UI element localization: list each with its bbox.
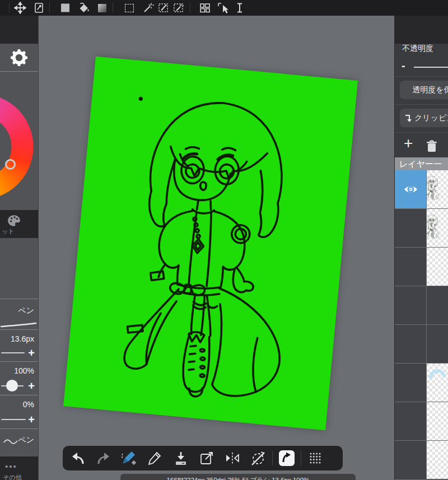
min-width-slider[interactable] — [1, 419, 26, 420]
palette-tab-label: ット — [2, 227, 15, 236]
eye-icon — [403, 184, 418, 195]
layer-thumbnail[interactable] — [427, 325, 448, 363]
color-wheel[interactable] — [0, 94, 34, 200]
min-width-section: 0% + — [0, 395, 38, 429]
add-layer-button[interactable]: + — [404, 134, 413, 152]
preserve-alpha-button[interactable]: 透明度を保 — [400, 81, 448, 99]
drawing-canvas[interactable] — [63, 57, 358, 431]
layers-header: レイヤー一 — [395, 157, 448, 170]
status-bar: 1668*2224px 350dpi 25% 5° ブラシ 13.6px 100… — [120, 474, 356, 480]
layer-opacity-label: 不透明度 — [402, 44, 433, 54]
brush-preview-section: › — [0, 238, 38, 299]
layer-visibility-toggle[interactable] — [395, 364, 427, 402]
layer-row[interactable] — [395, 402, 448, 441]
layer-opacity-slider[interactable] — [414, 67, 448, 68]
palette-tab[interactable]: ット — [0, 210, 38, 238]
redo-button[interactable] — [91, 446, 116, 470]
bottom-toolbar — [63, 446, 343, 470]
color-swatch-icon[interactable] — [59, 2, 71, 14]
layer-visibility-toggle[interactable] — [395, 170, 427, 208]
layer-row[interactable] — [395, 248, 448, 286]
flip-horizontal-button[interactable] — [220, 446, 245, 470]
pen-tool-button[interactable] — [142, 446, 168, 470]
color-wheel-selector[interactable] — [5, 159, 16, 170]
text-tool-icon[interactable] — [234, 2, 246, 14]
brush-size-value: 13.6px — [11, 334, 34, 343]
cursor-select-icon[interactable] — [217, 2, 229, 14]
material-panel-button[interactable] — [274, 446, 300, 470]
move-tool-icon[interactable] — [14, 2, 26, 14]
delete-layer-button[interactable] — [426, 140, 437, 155]
toolbar-divider — [301, 451, 301, 465]
more-dots-icon[interactable]: ••• — [5, 462, 17, 471]
layer-row[interactable] — [395, 170, 448, 209]
brush-name-label: ペン — [18, 306, 34, 316]
layer-thumbnail[interactable] — [427, 441, 448, 479]
toolbar-divider — [49, 3, 50, 13]
chibi-lineart — [63, 57, 358, 431]
lasso-pen-select-icon[interactable] — [157, 2, 170, 14]
layer-thumbnail[interactable] — [427, 209, 448, 247]
left-sidebar: ット › ペン 13.6px + 100% + 0% + — [0, 16, 39, 480]
gradient-swatch-icon[interactable] — [96, 2, 108, 14]
more-section[interactable]: ••• その他 — [0, 456, 38, 480]
brush-name-section[interactable]: ペン — [0, 299, 38, 330]
panel-separator — [395, 104, 448, 105]
layer-thumbnail[interactable] — [427, 402, 448, 440]
settings-section — [0, 44, 38, 72]
brush-type-section[interactable]: ペン — [0, 428, 38, 457]
layer-thumbnail[interactable] — [427, 286, 448, 324]
layer-visibility-toggle[interactable] — [395, 209, 427, 247]
clipping-button[interactable]: クリッピン — [400, 109, 448, 127]
toolbar-divider — [272, 451, 273, 465]
layer-row[interactable] — [395, 209, 448, 248]
layer-row[interactable] — [395, 325, 448, 364]
brush-opacity-value: 100% — [14, 366, 34, 375]
min-width-value: 0% — [23, 400, 34, 409]
divide-layout-icon[interactable] — [199, 2, 211, 14]
brush-size-slider[interactable] — [1, 352, 25, 353]
layer-visibility-toggle[interactable] — [395, 402, 427, 440]
canvas-workspace[interactable] — [38, 16, 395, 480]
magic-wand-icon[interactable] — [142, 2, 155, 14]
rect-select-icon[interactable] — [123, 2, 136, 14]
toolbar-divider — [190, 3, 190, 13]
top-toolbar — [0, 0, 448, 16]
panel-separator — [395, 76, 448, 77]
layer-thumbnail[interactable] — [427, 248, 448, 286]
brush-opacity-knob[interactable] — [6, 380, 18, 392]
brush-opacity-plus-button[interactable]: + — [28, 383, 35, 389]
brush-size-plus-button[interactable]: + — [28, 349, 35, 356]
wand-select-icon[interactable] — [172, 2, 185, 14]
clipping-arrow-icon — [404, 114, 412, 122]
panel-separator — [395, 132, 448, 133]
layer-opacity-minus[interactable]: - — [402, 59, 405, 72]
layer-row[interactable] — [395, 364, 448, 402]
layer-row[interactable] — [395, 286, 448, 325]
paste-transform-icon[interactable] — [32, 2, 45, 14]
layer-visibility-toggle[interactable] — [395, 248, 427, 286]
min-width-plus-button[interactable]: + — [28, 416, 35, 423]
layer-visibility-toggle[interactable] — [395, 286, 427, 324]
export-button[interactable] — [194, 446, 220, 470]
layer-visibility-toggle[interactable] — [395, 325, 427, 363]
layer-thumbnail[interactable] — [427, 364, 448, 402]
paint-bucket-icon[interactable] — [77, 2, 90, 14]
layer-panel: 不透明度 - 透明度を保 クリッピン + レイヤー一 — [394, 16, 448, 480]
layer-thumbnail[interactable] — [427, 170, 448, 208]
gear-icon[interactable] — [11, 49, 27, 68]
color-wheel-section — [0, 71, 38, 210]
grid-panel-button[interactable] — [302, 446, 328, 470]
save-download-button[interactable] — [168, 446, 194, 470]
layer-visibility-toggle[interactable] — [395, 441, 427, 479]
toolbar-divider — [113, 3, 113, 13]
toolbar-divider — [9, 3, 10, 13]
brush-type-label: ペン — [18, 435, 34, 445]
brush-opacity-section: 100% + — [0, 361, 38, 395]
layer-panel-top-spacer — [395, 16, 448, 44]
undo-button[interactable] — [65, 446, 91, 470]
brush-tool-button[interactable] — [116, 446, 142, 470]
reset-rotation-button[interactable] — [245, 446, 271, 470]
layer-row[interactable] — [395, 441, 448, 480]
others-label: その他 — [3, 473, 22, 480]
